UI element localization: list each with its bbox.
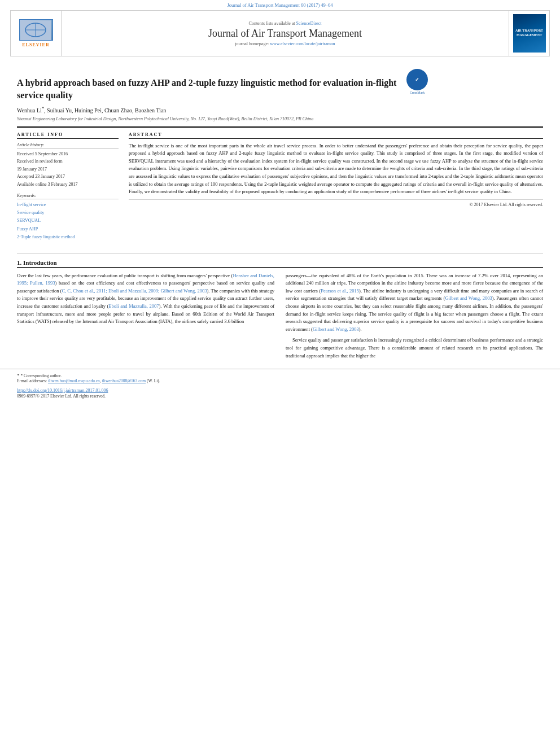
journal-reference-bar: Journal of Air Transport Management 60 (… xyxy=(0,0,560,9)
article-title: A hybrid approach based on fuzzy AHP and… xyxy=(17,77,401,101)
corresponding-note: * * Corresponding author. xyxy=(17,373,543,378)
authors: Wenhua Li*, Suihuai Yu, Huining Pei, Chu… xyxy=(17,106,543,113)
corresponding-text: * Corresponding author. xyxy=(20,373,62,378)
author-names: Wenhua Li*, Suihuai Yu, Huining Pei, Chu… xyxy=(17,107,166,113)
intro-para-2: passengers—the equivalent of 48% of the … xyxy=(286,272,543,334)
journal-thumb-title: AIR TRANSPORTMANAGEMENT xyxy=(515,29,543,38)
page: Journal of Air Transport Management 60 (… xyxy=(0,0,560,747)
keywords-label: Keywords: xyxy=(17,193,119,199)
scidir-link[interactable]: ScienceDirect xyxy=(296,21,322,26)
elsevier-logo-image xyxy=(19,19,53,41)
ref-eboli2007[interactable]: Eboli and Mazzulla, 2007 xyxy=(108,303,159,309)
ref-hensher[interactable]: Hensher and Daniels, 1995; Pullen, 1993 xyxy=(17,273,274,286)
footnote-star: * xyxy=(17,373,20,378)
abstract-heading: ABSTRACT xyxy=(129,132,543,139)
keyword-2: Service quality xyxy=(17,209,119,217)
introduction-section: 1. Introduction Over the last few years,… xyxy=(0,259,560,364)
elsevier-logo: ELSEVIER xyxy=(19,19,53,47)
issn-line: 0969-6997/© 2017 Elsevier Ltd. All right… xyxy=(0,394,560,402)
keyword-5: 2-Tuple fuzzy linguistic method xyxy=(17,233,119,241)
article-history-block: Article history: Received 5 September 20… xyxy=(17,142,119,189)
crossmark-label: CrossMark xyxy=(406,91,428,94)
email-link-2[interactable]: iliwenhua2008@163.com xyxy=(102,378,146,383)
available-date: Available online 3 February 2017 xyxy=(17,181,119,189)
ref-pearson[interactable]: Pearson et al., 2015 xyxy=(321,288,359,294)
intro-col-right: passengers—the equivalent of 48% of the … xyxy=(286,272,543,364)
footnote-name: (W. Li). xyxy=(147,378,160,383)
intro-col-left: Over the last few years, the performance… xyxy=(17,272,274,364)
ref-chou[interactable]: C, C, Chou et al., 2011; Eboli and Mazzu… xyxy=(62,288,207,294)
journal-header-center: Contents lists available at ScienceDirec… xyxy=(62,11,509,56)
history-label: Article history: xyxy=(17,142,119,148)
article-info-column: ARTICLE INFO Article history: Received 5… xyxy=(17,132,119,242)
copyright-text: © 2017 Elsevier Ltd. All rights reserved… xyxy=(129,199,543,207)
accepted-date: Accepted 23 January 2017 xyxy=(17,173,119,181)
abstract-text: The in-flight service is one of the most… xyxy=(129,142,543,196)
email-link-1[interactable]: iliwen hua@mail.nwpu.edu.cn xyxy=(48,378,100,383)
journal-header: ELSEVIER Contents lists available at Sci… xyxy=(10,10,550,56)
keyword-1: In-flight service xyxy=(17,201,119,209)
intro-para-3: Service quality and passenger satisfacti… xyxy=(286,337,543,360)
introduction-heading: 1. Introduction xyxy=(17,259,543,268)
journal-thumbnail: AIR TRANSPORTMANAGEMENT xyxy=(513,14,546,53)
keyword-4: Fuzzy AHP xyxy=(17,225,119,233)
ref-gilbert2[interactable]: Gilbert and Wong, 2003 xyxy=(313,326,359,332)
intro-body: Over the last few years, the performance… xyxy=(17,272,543,364)
email-line: E-mail addresses: iliwen hua@mail.nwpu.e… xyxy=(17,378,543,383)
journal-thumbnail-area: AIR TRANSPORTMANAGEMENT xyxy=(509,11,549,56)
affiliation: Shaanxi Engineering Laboratory for Indus… xyxy=(17,116,543,122)
keywords-block: Keywords: In-flight service Service qual… xyxy=(17,193,119,242)
email-label: E-mail addresses: xyxy=(17,378,47,383)
intro-heading-text: 1. Introduction xyxy=(17,259,57,266)
intro-para-1: Over the last few years, the performance… xyxy=(17,272,274,326)
doi-link[interactable]: http://dx.doi.org/10.1016/j.jairtraman.2… xyxy=(17,388,108,393)
article-info-abstract-section: ARTICLE INFO Article history: Received 5… xyxy=(17,126,543,242)
main-content: A hybrid approach based on fuzzy AHP and… xyxy=(0,56,560,247)
keyword-3: SERVQUAL xyxy=(17,217,119,225)
journal-reference-text: Journal of Air Transport Management 60 (… xyxy=(227,2,333,8)
journal-title: Journal of Air Transport Management xyxy=(208,28,362,40)
abstract-column: ABSTRACT The in-flight service is one of… xyxy=(129,132,543,242)
elsevier-label: ELSEVIER xyxy=(22,42,49,47)
scidir-text: Contents lists available at ScienceDirec… xyxy=(249,21,322,26)
homepage-text: journal homepage: www.elsevier.com/locat… xyxy=(235,41,335,46)
article-info-heading: ARTICLE INFO xyxy=(17,132,119,139)
received-revised-label: Received in revised form xyxy=(17,158,119,165)
ref-gilbert1[interactable]: Gilbert and Wong, 2003 xyxy=(445,295,492,301)
received-date: Received 5 September 2016 xyxy=(17,150,119,158)
homepage-link[interactable]: www.elsevier.com/locate/jairtraman xyxy=(270,41,335,46)
crossmark-icon[interactable]: ✓ xyxy=(406,69,428,90)
doi-line: http://dx.doi.org/10.1016/j.jairtraman.2… xyxy=(0,386,560,394)
section-divider xyxy=(17,253,543,254)
footnote-area: * * Corresponding author. E-mail address… xyxy=(0,369,560,386)
keywords-list: In-flight service Service quality SERVQU… xyxy=(17,201,119,242)
article-dates: Received 5 September 2016 Received in re… xyxy=(17,150,119,189)
revised-date: 19 January 2017 xyxy=(17,165,119,173)
elsevier-logo-area: ELSEVIER xyxy=(11,11,62,56)
